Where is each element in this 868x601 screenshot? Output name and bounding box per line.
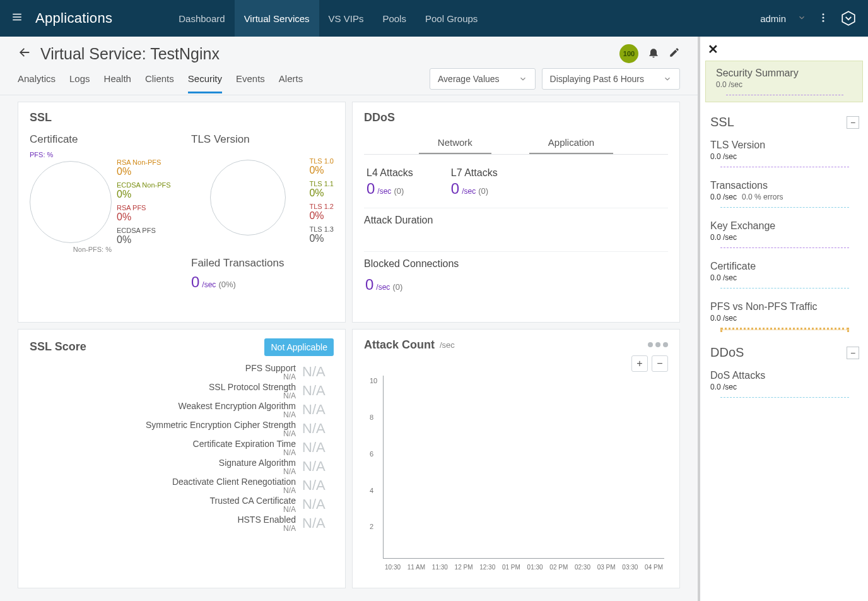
failed-trans-value: 0 (191, 275, 199, 290)
top-nav: Applications DashboardVirtual ServicesVS… (0, 0, 868, 37)
attack-duration-title: Attack Duration (364, 208, 668, 232)
legend-item: RSA Non-PFS0% (117, 158, 171, 177)
side-item-security-summary[interactable]: Security Summary 0.0 /sec (705, 61, 863, 102)
ssl-score-title: SSL Score (30, 340, 86, 354)
product-logo-icon (840, 10, 857, 27)
subtabs-row: AnalyticsLogsHealthClientsSecurityEvents… (0, 68, 698, 95)
tls-version-donut-chart (210, 160, 286, 235)
side-group-ddos: DDoS − (700, 336, 868, 364)
x-tick: 12:30 (479, 564, 495, 571)
user-name: admin (760, 13, 786, 24)
ssl-score-card: SSL Score Not Applicable PFS SupportN/AN… (18, 329, 346, 589)
failed-transactions-title: Failed Transactions (191, 257, 334, 270)
legend-item: TLS 1.10% (309, 180, 334, 199)
nav-link-vs-vips[interactable]: VS VIPs (319, 0, 373, 37)
more-menu-icon[interactable] (648, 342, 668, 347)
zoom-in-button[interactable]: + (631, 355, 648, 372)
zoom-out-button[interactable]: − (652, 355, 668, 372)
bell-icon[interactable] (647, 46, 660, 61)
legend-item: RSA PFS0% (117, 204, 171, 223)
side-item-key-exchange[interactable]: Key Exchange0.0 /sec (700, 214, 868, 254)
ddos-card-title: DDoS (364, 111, 668, 124)
x-tick: 01:30 (527, 564, 543, 571)
nonpfs-label: Non-PFS: % (30, 246, 112, 253)
x-tick: 10:30 (385, 564, 401, 571)
subtab-logs[interactable]: Logs (69, 69, 90, 93)
values-dropdown[interactable]: Average Values (430, 68, 536, 90)
subtab-security[interactable]: Security (188, 69, 222, 93)
score-row: Deactivate Client RenegotiationN/AN/A (30, 476, 334, 495)
svg-point-1 (823, 16, 824, 18)
subtab-alerts[interactable]: Alerts (279, 69, 303, 93)
page-header: Virtual Service: TestNginx 100 (0, 37, 698, 68)
side-item-tls-version[interactable]: TLS Version0.0 /sec (700, 133, 868, 174)
attack-count-title: Attack Count (364, 338, 435, 352)
back-arrow-icon[interactable] (18, 45, 32, 62)
collapse-ddos-icon[interactable]: − (847, 347, 859, 359)
side-group-ssl: SSL − (700, 106, 868, 133)
side-panel-close-icon[interactable]: ✕ (700, 42, 868, 61)
x-tick: 02:30 (575, 564, 590, 571)
ddos-tab-network[interactable]: Network (419, 133, 491, 154)
health-score-badge[interactable]: 100 (619, 44, 638, 63)
ssl-card: SSL Certificate PFS: % Non-PFS: % (18, 102, 346, 323)
subtab-events[interactable]: Events (236, 69, 265, 93)
user-menu-chevron-icon[interactable] (797, 13, 806, 24)
legend-item: TLS 1.00% (309, 157, 334, 176)
score-row: Trusted CA CertificateN/AN/A (30, 495, 334, 514)
edit-pencil-icon[interactable] (669, 47, 680, 61)
nav-link-virtual-services[interactable]: Virtual Services (235, 0, 319, 37)
side-item-dos-attacks[interactable]: DoS Attacks0.0 /sec (700, 364, 868, 404)
subtab-health[interactable]: Health (104, 69, 131, 93)
l4-attacks-title: L4 Attacks (367, 167, 413, 179)
certificate-donut-chart (30, 161, 112, 243)
x-tick: 03 PM (597, 564, 616, 571)
x-tick: 12 PM (455, 564, 473, 571)
x-tick: 11:30 (432, 564, 448, 571)
hamburger-icon[interactable] (11, 11, 23, 25)
subtab-clients[interactable]: Clients (145, 69, 174, 93)
kebab-menu-icon[interactable] (818, 12, 829, 25)
y-tick: 4 (370, 487, 373, 494)
score-row: Weakest Encryption AlgorithmN/AN/A (30, 400, 334, 419)
score-row: PFS SupportN/AN/A (30, 362, 334, 381)
y-tick: 2 (370, 523, 373, 530)
collapse-ssl-icon[interactable]: − (847, 116, 859, 129)
attack-count-card: Attack Count /sec + − 10:3011 AM11:3012 … (352, 329, 680, 589)
legend-item: ECDSA Non-PFS0% (117, 181, 171, 200)
ssl-card-title: SSL (30, 111, 334, 124)
nav-link-pool-groups[interactable]: Pool Groups (416, 0, 487, 37)
score-row: Symmetric Encryption Cipher StrengthN/AN… (30, 419, 334, 438)
score-row: HSTS EnabledN/AN/A (30, 514, 334, 533)
subtab-analytics[interactable]: Analytics (18, 69, 56, 93)
pfs-label: PFS: % (30, 151, 53, 158)
time-range-dropdown[interactable]: Displaying Past 6 Hours (542, 68, 680, 90)
l7-attacks-title: L7 Attacks (451, 167, 498, 179)
score-row: SSL Protocol StrengthN/AN/A (30, 381, 334, 400)
x-tick: 01 PM (502, 564, 520, 571)
legend-item: ECDSA PFS0% (117, 227, 171, 246)
nav-link-pools[interactable]: Pools (373, 0, 416, 37)
not-applicable-badge: Not Applicable (264, 338, 334, 356)
ddos-tab-application[interactable]: Application (529, 133, 613, 154)
blocked-conn-title: Blocked Connections (364, 251, 668, 276)
svg-point-0 (823, 13, 824, 15)
tls-version-subtitle: TLS Version (191, 133, 334, 146)
x-tick: 02 PM (549, 564, 568, 571)
legend-item: TLS 1.30% (309, 225, 334, 244)
x-tick: 11 AM (408, 564, 425, 571)
x-tick: 04 PM (645, 564, 663, 571)
svg-marker-3 (842, 11, 855, 25)
y-tick: 6 (370, 450, 373, 458)
score-row: Certificate Expiration TimeN/AN/A (30, 438, 334, 457)
side-item-certificate[interactable]: Certificate0.0 /sec (700, 254, 868, 295)
side-item-transactions[interactable]: Transactions0.0 /sec0.0 % errors (700, 174, 868, 214)
y-tick: 8 (370, 414, 373, 421)
side-panel: ✕ Security Summary 0.0 /sec SSL − TLS Ve… (698, 37, 868, 601)
certificate-subtitle: Certificate (30, 133, 172, 146)
app-brand: Applications (35, 10, 112, 27)
side-item-pfs-vs-non-pfs-traffic[interactable]: PFS vs Non-PFS Traffic0.0 /sec (700, 295, 868, 336)
attack-count-chart: 10:3011 AM11:3012 PM12:3001 PM01:3002 PM… (383, 376, 664, 559)
nav-link-dashboard[interactable]: Dashboard (169, 0, 234, 37)
attack-count-unit: /sec (440, 340, 455, 350)
